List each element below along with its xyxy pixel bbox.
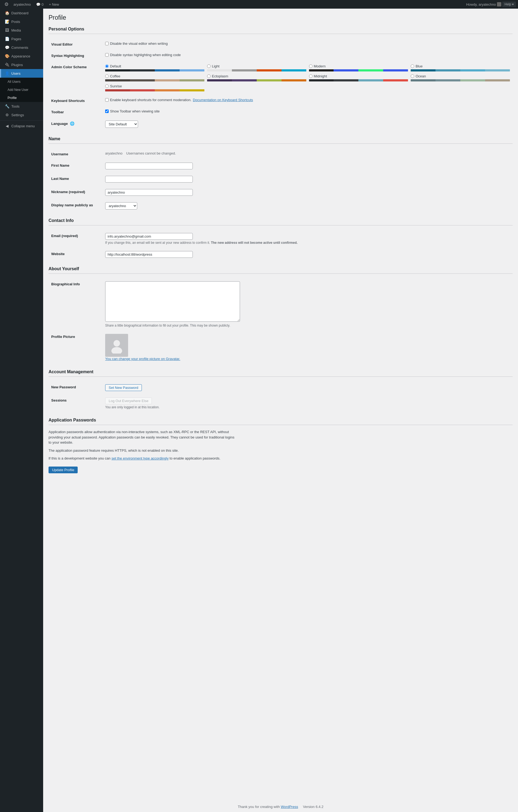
avatar-image xyxy=(105,334,128,357)
help-button[interactable]: Help ▾ xyxy=(502,2,516,7)
email-input[interactable] xyxy=(105,233,193,240)
sidebar-item-appearance[interactable]: 🎨 Appearance xyxy=(0,52,43,60)
color-scheme-coffee-label[interactable]: Coffee xyxy=(105,74,204,78)
sidebar-item-comments[interactable]: 💬 Comments xyxy=(0,43,43,52)
toolbar-checkbox[interactable] xyxy=(105,110,109,113)
sidebar-item-dashboard[interactable]: 🏠 Dashboard xyxy=(0,9,43,17)
update-profile-button[interactable]: Update Profile xyxy=(49,467,78,473)
wp-logo-icon[interactable]: ⚙ xyxy=(2,1,11,7)
sessions-description: You are only logged in at this location. xyxy=(105,405,510,409)
nickname-input[interactable] xyxy=(105,189,193,196)
sidebar-collapse[interactable]: ◀ Collapse menu xyxy=(0,122,43,130)
submenu-add-new-user[interactable]: Add New User xyxy=(0,86,43,94)
color-scheme-coffee-radio[interactable] xyxy=(105,75,109,78)
plugins-icon: 🔌 xyxy=(5,63,9,67)
sidebar-item-pages[interactable]: 📄 Pages xyxy=(0,34,43,43)
wp-layout: 🏠 Dashboard 📝 Posts 🖼 Media 📄 Pages 💬 Co… xyxy=(0,9,518,812)
language-icon: 🌐 xyxy=(70,121,75,126)
dashboard-icon: 🏠 xyxy=(5,11,9,15)
swatch xyxy=(282,69,306,71)
color-scheme-coffee-swatches xyxy=(105,79,204,82)
gravatar-link-container: You can change your profile picture on G… xyxy=(105,357,510,361)
language-select[interactable]: Site Default xyxy=(105,120,138,128)
posts-icon: 📝 xyxy=(5,20,9,24)
color-scheme-light-name: Light xyxy=(212,64,220,68)
color-scheme-midnight-radio[interactable] xyxy=(309,75,313,78)
profile-picture-label: Profile Picture xyxy=(51,335,75,339)
language-label: Language xyxy=(51,122,68,126)
adminbar-comments[interactable]: 💬 0 xyxy=(33,0,46,9)
color-scheme-light-radio[interactable] xyxy=(207,64,210,68)
color-scheme-ectoplasm-radio[interactable] xyxy=(207,75,210,78)
website-input[interactable] xyxy=(105,251,193,258)
sidebar-item-tools[interactable]: 🔧 Tools xyxy=(0,102,43,111)
sidebar-item-plugins[interactable]: 🔌 Plugins xyxy=(0,60,43,69)
sidebar-item-media[interactable]: 🖼 Media xyxy=(0,26,43,34)
toolbar-field[interactable]: Show Toolbar when viewing site xyxy=(105,109,510,113)
syntax-highlighting-field[interactable]: Disable syntax highlighting when editing… xyxy=(105,53,510,57)
username-note: Usernames cannot be changed. xyxy=(126,151,176,155)
env-type-link[interactable]: set the environment type accordingly xyxy=(111,456,169,460)
last-name-input[interactable] xyxy=(105,176,193,182)
collapse-icon: ◀ xyxy=(5,124,9,128)
color-scheme-midnight[interactable]: Midnight xyxy=(309,74,408,82)
new-password-label: New Password xyxy=(51,385,76,389)
swatch xyxy=(257,69,282,71)
sidebar-item-users[interactable]: 👤 Users xyxy=(0,69,43,78)
color-scheme-grid: Default xyxy=(105,64,510,91)
swatch xyxy=(180,69,204,71)
color-scheme-coffee[interactable]: Coffee xyxy=(105,74,204,82)
visual-editor-field[interactable]: Disable the visual editor when writing xyxy=(105,41,510,46)
footer-wordpress-link[interactable]: WordPress xyxy=(281,805,298,809)
color-scheme-sunrise-label[interactable]: Sunrise xyxy=(105,84,204,88)
color-scheme-ocean[interactable]: Ocean xyxy=(411,74,510,82)
visual-editor-checkbox[interactable] xyxy=(105,42,109,45)
color-scheme-modern-radio[interactable] xyxy=(309,64,313,68)
submenu-profile[interactable]: Profile xyxy=(0,94,43,102)
app-passwords-desc2: The application password feature require… xyxy=(49,448,513,453)
swatch xyxy=(105,69,130,71)
color-scheme-ectoplasm-label[interactable]: Ectoplasm xyxy=(207,74,306,78)
color-scheme-ocean-radio[interactable] xyxy=(411,75,414,78)
color-scheme-modern[interactable]: Modern xyxy=(309,64,408,71)
color-scheme-ectoplasm[interactable]: Ectoplasm xyxy=(207,74,306,82)
section-about-yourself: About Yourself xyxy=(49,266,513,274)
syntax-highlighting-checkbox[interactable] xyxy=(105,53,109,57)
syntax-highlighting-label: Syntax Highlighting xyxy=(51,54,84,58)
color-scheme-default-label[interactable]: Default xyxy=(105,64,204,68)
visual-editor-checkbox-label: Disable the visual editor when writing xyxy=(110,41,168,46)
set-new-password-button[interactable]: Set New Password xyxy=(105,384,142,391)
app-passwords-desc3: If this is a development website you can… xyxy=(49,456,513,461)
visual-editor-label: Visual Editor xyxy=(51,42,73,47)
color-scheme-sunrise-radio[interactable] xyxy=(105,84,109,88)
gravatar-link[interactable]: You can change your profile picture on G… xyxy=(105,357,180,361)
bio-textarea[interactable] xyxy=(105,281,240,322)
color-scheme-light[interactable]: Light xyxy=(207,64,306,71)
adminbar-new[interactable]: + New xyxy=(47,0,62,9)
color-scheme-blue[interactable]: Blue xyxy=(411,64,510,71)
adminbar-site-name[interactable]: aryatechno xyxy=(11,0,33,9)
color-scheme-default[interactable]: Default xyxy=(105,64,204,71)
keyboard-shortcuts-link[interactable]: Documentation on Keyboard Shortcuts xyxy=(193,98,253,102)
syntax-highlighting-checkbox-label: Disable syntax highlighting when editing… xyxy=(110,53,181,57)
submenu-all-users[interactable]: All Users xyxy=(0,78,43,86)
sidebar-item-posts[interactable]: 📝 Posts xyxy=(0,17,43,26)
keyboard-shortcuts-checkbox[interactable] xyxy=(105,98,109,102)
sidebar-item-settings[interactable]: ⚙ Settings xyxy=(0,111,43,119)
website-label: Website xyxy=(51,252,65,256)
color-scheme-ocean-name: Ocean xyxy=(415,74,426,78)
color-scheme-light-label[interactable]: Light xyxy=(207,64,306,68)
color-scheme-blue-radio[interactable] xyxy=(411,64,414,68)
swatch xyxy=(485,79,510,82)
logout-everywhere-button[interactable]: Log Out Everywhere Else xyxy=(105,398,152,404)
color-scheme-modern-label[interactable]: Modern xyxy=(309,64,408,68)
display-name-label: Display name publicly as xyxy=(51,203,93,207)
first-name-input[interactable] xyxy=(105,163,193,169)
color-scheme-ocean-label[interactable]: Ocean xyxy=(411,74,510,78)
color-scheme-blue-label[interactable]: Blue xyxy=(411,64,510,68)
keyboard-shortcuts-field[interactable]: Enable keyboard shortcuts for comment mo… xyxy=(105,98,510,102)
color-scheme-sunrise[interactable]: Sunrise xyxy=(105,84,204,91)
color-scheme-midnight-label[interactable]: Midnight xyxy=(309,74,408,78)
color-scheme-default-radio[interactable] xyxy=(105,64,109,68)
display-name-select[interactable]: aryatechno xyxy=(105,202,137,209)
